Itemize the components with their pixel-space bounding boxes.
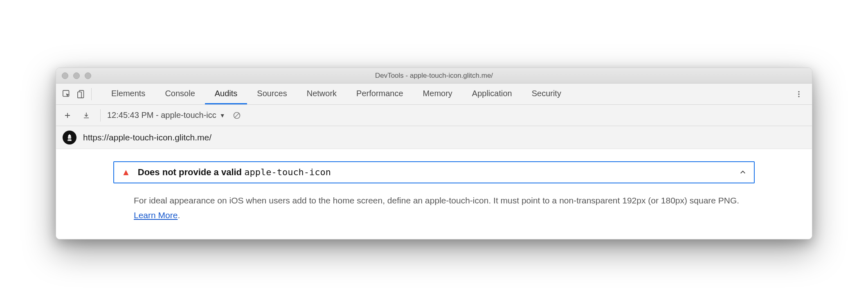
audit-description: For ideal appearance on iOS when users a…: [134, 193, 752, 222]
tab-label: Memory: [423, 89, 452, 98]
audit-title: Does not provide a valid apple-touch-ico…: [138, 167, 331, 178]
tab-sources[interactable]: Sources: [247, 84, 297, 104]
tab-label: Sources: [257, 89, 287, 98]
clear-icon[interactable]: [229, 108, 244, 123]
minimize-dot[interactable]: [73, 72, 80, 79]
panel-tabs-row: Elements Console Audits Sources Network …: [56, 84, 812, 105]
tab-label: Audits: [215, 89, 238, 98]
tab-memory[interactable]: Memory: [413, 84, 462, 104]
svg-point-4: [798, 93, 799, 95]
learn-more-link[interactable]: Learn More: [134, 210, 178, 220]
inspect-element-icon[interactable]: [59, 87, 74, 102]
window-titlebar: DevTools - apple-touch-icon.glitch.me/: [56, 68, 812, 84]
audit-item[interactable]: ▲ Does not provide a valid apple-touch-i…: [113, 161, 755, 183]
audits-toolbar: 12:45:43 PM - apple-touch-icc ▼: [56, 105, 812, 126]
run-selector-label: 12:45:43 PM - apple-touch-icc: [107, 111, 216, 120]
devtools-window: DevTools - apple-touch-icon.glitch.me/ E…: [56, 68, 812, 239]
tab-label: Security: [532, 89, 561, 98]
close-dot[interactable]: [62, 72, 68, 79]
device-toolbar-icon[interactable]: [74, 87, 89, 102]
panel-tabs: Elements Console Audits Sources Network …: [101, 84, 571, 104]
chevron-down-icon: ▼: [220, 112, 225, 119]
svg-rect-7: [68, 137, 71, 138]
svg-rect-0: [63, 90, 69, 97]
fail-triangle-icon: ▲: [121, 167, 130, 178]
traffic-lights: [62, 72, 91, 79]
tab-audits[interactable]: Audits: [205, 84, 247, 104]
tab-label: Elements: [111, 89, 145, 98]
tab-label: Network: [307, 89, 337, 98]
audit-title-code: apple-touch-icon: [244, 167, 331, 177]
svg-point-5: [798, 96, 799, 97]
svg-point-3: [798, 91, 799, 92]
audit-title-text: Does not provide a valid: [138, 167, 244, 177]
download-report-icon[interactable]: [79, 108, 94, 123]
zoom-dot[interactable]: [85, 72, 91, 79]
chevron-up-icon: [739, 169, 747, 176]
audit-description-text: For ideal appearance on iOS when users a…: [134, 196, 739, 205]
tab-performance[interactable]: Performance: [346, 84, 413, 104]
tab-application[interactable]: Application: [462, 84, 522, 104]
lighthouse-icon: [63, 131, 76, 144]
audit-content: ▲ Does not provide a valid apple-touch-i…: [56, 149, 812, 239]
tab-label: Console: [165, 89, 195, 98]
audit-url-row: https://apple-touch-icon.glitch.me/: [56, 126, 812, 149]
tab-label: Performance: [356, 89, 403, 98]
tab-elements[interactable]: Elements: [101, 84, 155, 104]
divider: [91, 88, 92, 100]
window-title: DevTools - apple-touch-icon.glitch.me/: [56, 72, 812, 80]
tab-security[interactable]: Security: [522, 84, 571, 104]
tab-network[interactable]: Network: [297, 84, 346, 104]
new-audit-icon[interactable]: [60, 108, 75, 123]
divider: [100, 109, 101, 122]
audited-url: https://apple-touch-icon.glitch.me/: [83, 133, 211, 142]
svg-rect-2: [78, 92, 81, 98]
period: .: [178, 210, 180, 220]
run-selector[interactable]: 12:45:43 PM - apple-touch-icc ▼: [107, 111, 225, 120]
tab-console[interactable]: Console: [155, 84, 205, 104]
more-options-icon[interactable]: [792, 87, 806, 102]
tab-label: Application: [472, 89, 512, 98]
